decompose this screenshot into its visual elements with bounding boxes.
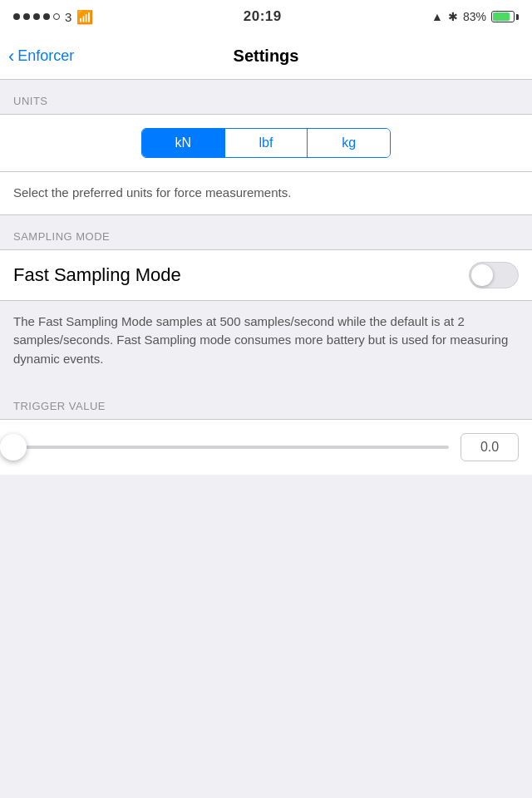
trigger-section: TRIGGER VALUE 0.0	[0, 380, 532, 475]
back-button[interactable]: ‹ Enforcer	[8, 47, 74, 66]
units-segmented-control[interactable]: kN lbf kg	[141, 128, 391, 158]
battery-percent: 83%	[463, 10, 486, 23]
back-chevron-icon: ‹	[8, 47, 14, 66]
units-description: Select the preferred units for force mea…	[0, 172, 532, 215]
status-bar: 3 📶 20:19 ▲ ✱ 83%	[0, 0, 532, 33]
dot-3	[33, 13, 40, 20]
sampling-section: Fast Sampling Mode	[0, 249, 532, 301]
battery-icon	[491, 11, 519, 22]
battery-tip	[516, 14, 519, 20]
battery-fill	[493, 12, 510, 21]
trigger-section-header: TRIGGER VALUE	[0, 385, 532, 419]
trigger-slider-container[interactable]	[13, 433, 449, 461]
status-left: 3 📶	[13, 9, 93, 25]
dot-1	[13, 13, 20, 20]
units-option-lbf[interactable]: lbf	[225, 129, 308, 157]
dot-4	[43, 13, 50, 20]
sampling-section-header: SAMPLING MODE	[0, 215, 532, 249]
sampling-label: Fast Sampling Mode	[13, 264, 181, 286]
slider-track	[13, 446, 449, 449]
page-title: Settings	[234, 47, 299, 66]
status-right: ▲ ✱ 83%	[431, 10, 519, 23]
carrier-label: 3	[65, 10, 71, 24]
units-section: kN lbf kg	[0, 114, 532, 172]
toggle-knob	[471, 264, 493, 286]
units-option-kg[interactable]: kg	[308, 129, 390, 157]
sampling-row: Fast Sampling Mode	[0, 250, 532, 300]
wifi-icon: 📶	[76, 9, 93, 25]
location-icon: ▲	[431, 10, 443, 23]
signal-dots	[13, 13, 60, 20]
back-label: Enforcer	[17, 47, 74, 65]
units-section-header: UNITS	[0, 80, 532, 114]
battery-body	[491, 11, 515, 22]
bluetooth-icon: ✱	[448, 10, 458, 23]
slider-thumb[interactable]	[0, 434, 27, 461]
trigger-row: 0.0	[0, 419, 532, 475]
sampling-description: The Fast Sampling Mode samples at 500 sa…	[0, 301, 532, 381]
dot-5	[53, 13, 60, 20]
nav-bar: ‹ Enforcer Settings	[0, 33, 532, 80]
status-time: 20:19	[244, 8, 282, 25]
trigger-value-display: 0.0	[461, 433, 519, 461]
units-option-kn[interactable]: kN	[142, 129, 225, 157]
dot-2	[23, 13, 30, 20]
fast-sampling-toggle[interactable]	[469, 262, 519, 288]
settings-content: UNITS kN lbf kg Select the preferred uni…	[0, 80, 532, 475]
